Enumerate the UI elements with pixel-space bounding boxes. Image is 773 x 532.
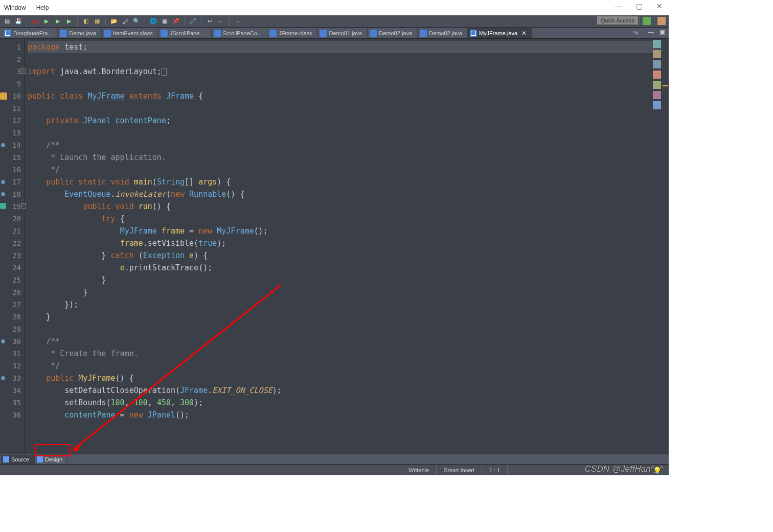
- code-line[interactable]: MyJFrame frame = new MyJFrame();: [28, 225, 669, 237]
- line-number[interactable]: 36: [0, 409, 24, 421]
- line-number[interactable]: 34: [0, 384, 24, 397]
- code-line[interactable]: }: [28, 274, 669, 286]
- line-number[interactable]: 13: [0, 127, 24, 139]
- line-number[interactable]: 28: [0, 311, 24, 323]
- open-perspective-icon[interactable]: [643, 17, 651, 25]
- code-line[interactable]: frame.setVisible(true);: [28, 237, 669, 249]
- attach-icon[interactable]: 🧷: [189, 17, 197, 26]
- code-area[interactable]: package test; import java.awt.BorderLayo…: [25, 39, 669, 454]
- line-number[interactable]: 25: [0, 274, 24, 286]
- line-number[interactable]: 33: [0, 372, 24, 384]
- new-java-icon[interactable]: ◧: [82, 17, 90, 26]
- code-line[interactable]: setBounds(100, 100, 450, 300);: [28, 397, 669, 409]
- editor-tab[interactable]: ItemEvent.class: [102, 28, 158, 38]
- code-line[interactable]: package test;: [28, 41, 669, 53]
- line-number[interactable]: 19-: [0, 200, 24, 213]
- editor-mode-tab-source[interactable]: Source: [1, 455, 35, 464]
- warning-gutter-icon[interactable]: [0, 92, 7, 100]
- code-line[interactable]: public MyJFrame() {: [28, 372, 669, 384]
- code-line[interactable]: [28, 127, 669, 139]
- maximize-icon[interactable]: ▢: [635, 2, 643, 10]
- tab-close-icon[interactable]: ✕: [521, 30, 527, 37]
- code-line[interactable]: }: [28, 286, 669, 298]
- new-icon[interactable]: ▤: [3, 17, 11, 26]
- structure-icon[interactable]: [653, 71, 661, 79]
- open-task-icon[interactable]: 🖊: [121, 17, 129, 26]
- outline-icon[interactable]: [653, 40, 661, 48]
- warning-marker-icon[interactable]: [663, 85, 668, 86]
- coverage-icon[interactable]: ▶: [65, 17, 73, 26]
- line-number[interactable]: 32: [0, 360, 24, 372]
- code-line[interactable]: public void run() {: [28, 200, 669, 213]
- line-number[interactable]: 29: [0, 323, 24, 335]
- line-number[interactable]: 3+: [0, 65, 24, 78]
- pin-icon[interactable]: 📌: [172, 17, 180, 26]
- code-line[interactable]: });: [28, 298, 669, 311]
- line-number[interactable]: 24: [0, 262, 24, 274]
- debug-icon[interactable]: 🐞: [31, 17, 39, 26]
- code-line[interactable]: private JPanel contentPane;: [28, 114, 669, 127]
- line-number[interactable]: 16: [0, 164, 24, 176]
- save-icon[interactable]: 💾: [14, 17, 22, 26]
- bookmarks-icon[interactable]: [653, 91, 661, 99]
- palette-icon[interactable]: [653, 60, 661, 68]
- run-last-icon[interactable]: ▶: [54, 17, 62, 26]
- code-line[interactable]: } catch (Exception e) {: [28, 249, 669, 262]
- line-number[interactable]: 30: [0, 335, 24, 348]
- minimize-view-icon[interactable]: —: [647, 29, 654, 36]
- editor-tab[interactable]: Demo01.java: [317, 28, 368, 38]
- code-line[interactable]: EventQueue.invokeLater(new Runnable() {: [28, 188, 669, 200]
- editor-tab[interactable]: JScrollPane....: [158, 28, 212, 38]
- editor-tab[interactable]: MyJFrame.java✕: [468, 28, 532, 38]
- line-number[interactable]: 23: [0, 249, 24, 262]
- task-list-icon[interactable]: [653, 50, 661, 58]
- override-marker-icon[interactable]: [0, 203, 6, 209]
- line-number[interactable]: 14: [0, 139, 24, 151]
- breakpoint-marker-icon[interactable]: [1, 180, 5, 184]
- quick-access[interactable]: Quick Access: [597, 16, 638, 25]
- line-number[interactable]: 10: [0, 90, 24, 102]
- line-number[interactable]: 31: [0, 348, 24, 360]
- line-number[interactable]: 20: [0, 213, 24, 225]
- breakpoint-marker-icon[interactable]: [1, 192, 5, 196]
- line-number[interactable]: 9: [0, 78, 24, 90]
- editor-tab[interactable]: JFrame.class: [267, 28, 317, 38]
- code-line[interactable]: */: [28, 164, 669, 176]
- line-number[interactable]: 15: [0, 151, 24, 164]
- line-number[interactable]: 27: [0, 298, 24, 311]
- line-number[interactable]: 26: [0, 286, 24, 298]
- open-type-icon[interactable]: 📂: [110, 17, 118, 26]
- code-line[interactable]: [28, 102, 669, 114]
- overview-ruler[interactable]: [662, 39, 669, 454]
- editor-tab[interactable]: Demo02.java: [418, 28, 468, 38]
- line-number[interactable]: 17: [0, 176, 24, 188]
- code-line[interactable]: public class MyJFrame extends JFrame {: [28, 90, 669, 102]
- line-number[interactable]: 12: [0, 114, 24, 127]
- code-line[interactable]: * Create the frame.: [28, 348, 669, 360]
- code-line[interactable]: e.printStackTrace();: [28, 262, 669, 274]
- run-icon[interactable]: ▶: [42, 17, 51, 26]
- tabs-overflow[interactable]: »₂: [633, 29, 638, 35]
- code-line[interactable]: [28, 53, 669, 65]
- forward-icon[interactable]: →: [234, 17, 242, 26]
- breakpoint-marker-icon[interactable]: [1, 143, 5, 147]
- code-line[interactable]: /**: [28, 139, 669, 151]
- java-perspective-icon[interactable]: [657, 17, 666, 25]
- code-line[interactable]: setDefaultCloseOperation(JFrame.EXIT_ON_…: [28, 384, 669, 397]
- line-number[interactable]: 1: [0, 41, 24, 53]
- code-line[interactable]: * Launch the application.: [28, 151, 669, 164]
- new-package-icon[interactable]: ▦: [93, 17, 101, 26]
- line-number[interactable]: 2: [0, 53, 24, 65]
- line-number[interactable]: 18: [0, 188, 24, 200]
- editor-tab[interactable]: ScrollPaneCo...: [212, 28, 267, 38]
- search-icon[interactable]: 🔍: [132, 17, 141, 26]
- line-number[interactable]: 11: [0, 102, 24, 114]
- menu-help[interactable]: Help: [36, 4, 49, 11]
- code-line[interactable]: try {: [28, 213, 669, 225]
- code-line[interactable]: */: [28, 360, 669, 372]
- line-number[interactable]: 22: [0, 237, 24, 249]
- code-line[interactable]: contentPane = new JPanel();: [28, 409, 669, 421]
- editor-tab[interactable]: DonghuanFra...: [2, 28, 58, 38]
- breakpoint-marker-icon[interactable]: [1, 376, 5, 380]
- maximize-view-icon[interactable]: ▣: [658, 29, 666, 36]
